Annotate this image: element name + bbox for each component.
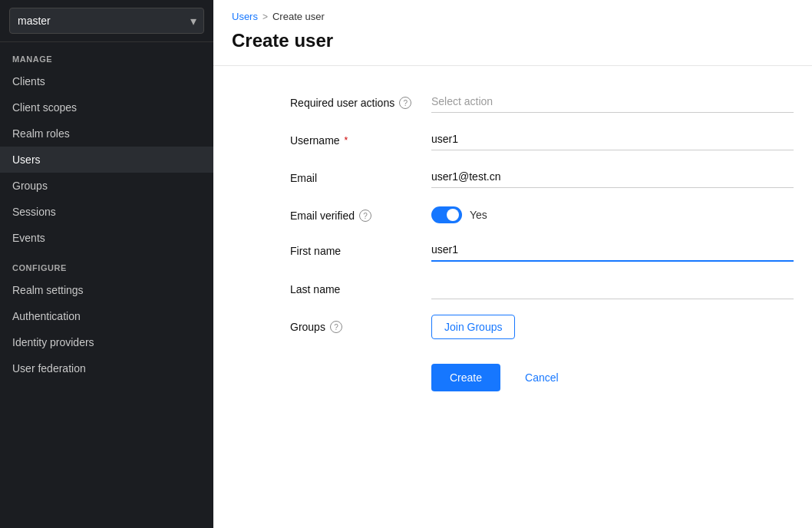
email-label: Email — [290, 166, 413, 184]
sidebar-item-realm-settings[interactable]: Realm settings — [0, 277, 213, 303]
last-name-row: Last name — [290, 277, 794, 299]
realm-selector[interactable]: master — [0, 0, 213, 42]
sidebar-item-authentication[interactable]: Authentication — [0, 303, 213, 329]
sidebar-item-groups[interactable]: Groups — [0, 173, 213, 199]
sidebar-item-users[interactable]: Users — [0, 147, 213, 173]
sidebar-item-realm-roles[interactable]: Realm roles — [0, 120, 213, 147]
last-name-wrap — [431, 277, 794, 299]
sidebar-item-user-federation[interactable]: User federation — [0, 355, 213, 381]
sidebar-item-sessions[interactable]: Sessions — [0, 199, 213, 225]
username-required-indicator: * — [345, 135, 348, 146]
breadcrumb-parent[interactable]: Users — [232, 11, 258, 22]
sidebar: master Manage Clients Client scopes Real… — [0, 0, 213, 528]
breadcrumb-current: Create user — [272, 11, 325, 22]
required-user-actions-label: Required user actions ? — [290, 91, 413, 109]
create-button[interactable]: Create — [431, 364, 500, 391]
username-input[interactable] — [431, 128, 794, 150]
create-user-form: Required user actions ? Select action Us… — [213, 66, 812, 416]
first-name-row: First name — [290, 239, 794, 262]
breadcrumb-separator: > — [262, 12, 268, 22]
form-actions: Create Cancel — [290, 364, 794, 391]
groups-row: Groups ? Join Groups — [290, 315, 794, 339]
manage-section-label: Manage — [0, 42, 213, 68]
email-verified-label: Email verified ? — [290, 203, 413, 222]
toggle-slider — [431, 206, 462, 223]
email-verified-toggle[interactable] — [431, 206, 462, 223]
page-title: Create user — [213, 27, 812, 66]
sidebar-item-clients[interactable]: Clients — [0, 68, 213, 94]
required-user-actions-wrap: Select action — [431, 91, 794, 113]
username-label: Username * — [290, 128, 413, 147]
required-user-actions-select[interactable]: Select action — [431, 91, 794, 113]
first-name-input[interactable] — [431, 239, 794, 262]
breadcrumb: Users > Create user — [213, 0, 812, 27]
email-row: Email — [290, 166, 794, 188]
email-verified-yes-label: Yes — [470, 209, 487, 221]
configure-section-label: Configure — [0, 251, 213, 277]
email-verified-wrap: Yes — [431, 203, 794, 223]
groups-help-icon[interactable]: ? — [330, 321, 342, 333]
required-user-actions-row: Required user actions ? Select action — [290, 91, 794, 113]
groups-wrap: Join Groups — [431, 315, 794, 339]
email-verified-row: Email verified ? Yes — [290, 203, 794, 223]
groups-label: Groups ? — [290, 315, 413, 333]
email-wrap — [431, 166, 794, 188]
realm-dropdown[interactable]: master — [9, 8, 204, 34]
join-groups-button[interactable]: Join Groups — [431, 315, 515, 339]
first-name-label: First name — [290, 239, 413, 257]
sidebar-item-client-scopes[interactable]: Client scopes — [0, 94, 213, 120]
username-wrap — [431, 128, 794, 150]
sidebar-item-events[interactable]: Events — [0, 225, 213, 251]
cancel-button[interactable]: Cancel — [513, 364, 571, 391]
main-content: Users > Create user Create user Required… — [213, 0, 812, 528]
last-name-input[interactable] — [431, 277, 794, 299]
email-input[interactable] — [431, 166, 794, 188]
last-name-label: Last name — [290, 277, 413, 295]
email-verified-help-icon[interactable]: ? — [359, 210, 371, 222]
first-name-wrap — [431, 239, 794, 262]
sidebar-item-identity-providers[interactable]: Identity providers — [0, 329, 213, 355]
username-row: Username * — [290, 128, 794, 150]
required-user-actions-help-icon[interactable]: ? — [399, 97, 411, 109]
